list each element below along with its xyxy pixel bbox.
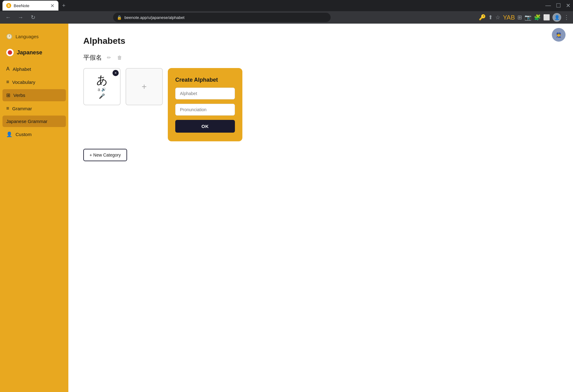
create-panel-title: Create Alphabet [175,77,235,83]
extension-icon[interactable]: YAB [503,14,515,21]
maximize-button[interactable]: ☐ [556,2,561,9]
layout-icon[interactable]: ⬜ [543,14,550,21]
refresh-button[interactable]: ↻ [29,13,37,22]
browser-toolbar: 🔑 ⬆ ☆ YAB ⊞ 📷 🧩 ⬜ 👤 ⋮ [479,13,569,22]
url-bar[interactable]: 🔒 beenote.app/u/japanese/alphabet [113,13,331,22]
add-icon: + [142,82,147,92]
tab-title: BeeNote [14,3,47,8]
sidebar-japanese-item[interactable]: Japanese [0,46,68,59]
cards-row: × あ a 🔊 🎤 + Create Alphabet OK [83,68,558,141]
app-container: 🕐 Languages Japanese A Alphabet ≡ Vocabu… [0,24,573,392]
sidebar: 🕐 Languages Japanese A Alphabet ≡ Vocabu… [0,24,68,392]
alphabet-character: あ [96,75,108,86]
custom-label: Custom [16,132,32,137]
alphabet-card-a[interactable]: × あ a 🔊 🎤 [83,68,121,105]
vocabulary-icon: ≡ [6,79,9,85]
minimize-button[interactable]: — [545,2,551,9]
main-content: 👮 Alphabets 平假名 ✏ 🗑 × あ a 🔊 🎤 [68,24,573,392]
tab-close-btn[interactable]: ✕ [50,3,55,8]
ok-button[interactable]: OK [175,120,235,133]
clock-icon: 🕐 [6,34,12,39]
address-bar: ← → ↻ 🔒 beenote.app/u/japanese/alphabet … [0,11,573,24]
custom-icon: 👤 [6,131,12,137]
puzzle-icon[interactable]: 🧩 [534,14,541,21]
screenshot-icon[interactable]: ⊞ [517,14,522,21]
sidebar-item-custom[interactable]: 👤 Custom [0,128,68,140]
lock-icon: 🔒 [117,15,122,20]
grammar-icon: ≡ [6,106,9,111]
profile-icon[interactable]: 🔑 [479,14,486,21]
window-controls: — ☐ ✕ [545,2,571,9]
verbs-icon: ⊞ [6,92,10,98]
language-name: Japanese [17,49,42,56]
sidebar-item-japanese-grammar[interactable]: Japanese Grammar [2,116,66,127]
top-right-avatar[interactable]: 👮 [552,28,566,42]
bookmark-icon[interactable]: ☆ [495,14,500,21]
close-button[interactable]: ✕ [566,2,571,9]
languages-label: Languages [16,34,39,39]
sidebar-item-languages[interactable]: 🕐 Languages [0,31,68,42]
menu-icon[interactable]: ⋮ [564,14,569,21]
sound-icon[interactable]: 🔊 [101,87,106,92]
edit-button[interactable]: ✏ [106,54,112,61]
card-close-button[interactable]: × [112,70,119,76]
camera-icon[interactable]: 📷 [525,14,531,21]
sidebar-item-verbs[interactable]: ⊞ Verbs [2,89,66,101]
url-text: beenote.app/u/japanese/alphabet [124,15,184,20]
user-avatar[interactable]: 👤 [552,13,561,22]
japan-flag [6,49,14,56]
create-alphabet-panel: Create Alphabet OK [168,68,242,141]
active-tab[interactable]: B BeeNote ✕ [2,1,58,11]
alphabet-input[interactable] [175,88,235,99]
alphabet-icon: A [6,66,10,72]
section-title: 平假名 [83,53,102,62]
browser-chrome: B BeeNote ✕ + — ☐ ✕ [0,0,573,11]
section-header: 平假名 ✏ 🗑 [83,53,558,62]
alphabet-reading: a 🔊 [98,87,106,92]
pronunciation-input[interactable] [175,104,235,116]
back-button[interactable]: ← [4,13,12,22]
tab-bar: B BeeNote ✕ + [2,1,68,11]
grammar-label: Grammar [12,106,32,111]
delete-button[interactable]: 🗑 [116,54,123,61]
sidebar-item-alphabet[interactable]: A Alphabet [0,63,68,75]
sidebar-item-grammar[interactable]: ≡ Grammar [0,103,68,114]
new-category-label: + New Category [89,153,121,157]
alphabet-label: Alphabet [13,66,31,72]
sidebar-item-vocabulary[interactable]: ≡ Vocabulary [0,76,68,88]
tab-favicon: B [6,3,11,8]
new-tab-button[interactable]: + [60,1,68,10]
japanese-grammar-label: Japanese Grammar [6,119,48,124]
vocabulary-label: Vocabulary [12,80,35,85]
add-alphabet-card[interactable]: + [126,68,163,105]
new-category-button[interactable]: + New Category [83,149,127,161]
verbs-label: Verbs [13,93,25,98]
mic-icon[interactable]: 🎤 [99,93,105,99]
page-title: Alphabets [83,36,558,46]
share-icon[interactable]: ⬆ [488,14,493,21]
forward-button[interactable]: → [16,13,25,22]
reading-text: a [98,87,100,92]
